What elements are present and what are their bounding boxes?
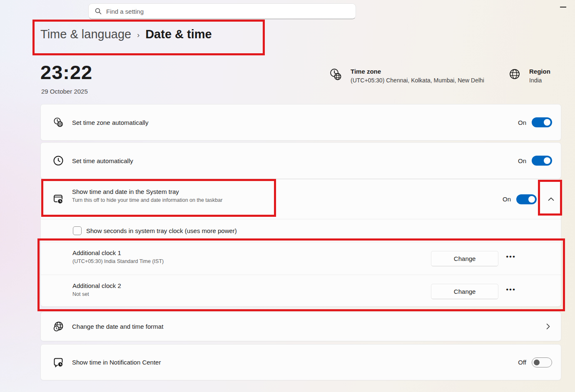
system-tray-toggle[interactable] [516, 194, 537, 204]
card-set-time-auto: Set time automatically On [40, 142, 561, 179]
minimize-button[interactable] [558, 2, 568, 12]
timezone-clock-globe-icon [51, 117, 66, 128]
card-notification-center: Show time in Notification Center Off [40, 344, 561, 380]
system-tray-description: Turn this off to hide your time and date… [72, 197, 222, 203]
globe-icon [508, 68, 521, 84]
set-timezone-auto-label: Set time zone automatically [72, 119, 148, 126]
more-icon[interactable]: ••• [506, 288, 516, 295]
notification-center-label: Show time in Notification Center [72, 359, 161, 366]
system-tray-expander-header[interactable]: Show time and date in the System tray Tu… [41, 179, 561, 219]
clock-icon [51, 155, 66, 166]
minimize-icon [560, 7, 566, 7]
notification-clock-icon [51, 357, 66, 368]
timezone-value: (UTC+05:30) Chennai, Kolkata, Mumbai, Ne… [351, 77, 484, 84]
system-tray-clock-icon [51, 194, 66, 205]
set-timezone-auto-toggle[interactable] [532, 117, 552, 127]
additional-clock-1-change-button[interactable]: Change [431, 251, 498, 266]
additional-clock-1-row: Additional clock 1 (UTC+05:30) India Sta… [41, 242, 561, 275]
timezone-summary: Time zone (UTC+05:30) Chennai, Kolkata, … [329, 68, 484, 84]
card-system-tray: Show time and date in the System tray Tu… [40, 179, 561, 307]
seconds-checkbox-label[interactable]: Show seconds in system tray clock (uses … [86, 227, 237, 234]
set-timezone-auto-state: On [518, 119, 526, 126]
search-icon [95, 8, 102, 15]
globe-clock-icon [51, 321, 66, 332]
additional-clock-2-label: Additional clock 2 [72, 282, 121, 289]
notification-center-toggle[interactable] [532, 357, 552, 367]
chevron-up-icon [548, 197, 554, 201]
system-tray-label: Show time and date in the System tray [72, 188, 222, 195]
additional-clock-2-value: Not set [72, 291, 121, 297]
timezone-label: Time zone [351, 68, 484, 75]
page-title: Date & time [145, 27, 212, 41]
additional-clock-2-block: Additional clock 2 Not set [72, 282, 121, 297]
additional-clock-1-block: Additional clock 1 (UTC+05:30) India Sta… [72, 249, 164, 264]
current-date: 29 October 2025 [41, 88, 88, 95]
chevron-right-icon [546, 323, 550, 330]
card-set-timezone-auto: Set time zone automatically On [40, 104, 561, 141]
search-box[interactable] [88, 3, 356, 19]
region-summary: Region India [508, 68, 550, 84]
region-label: Region [529, 68, 550, 75]
additional-clock-1-label: Additional clock 1 [72, 249, 164, 256]
card-date-time-format[interactable]: Change the date and time format [40, 312, 561, 341]
system-tray-state: On [503, 196, 511, 203]
breadcrumb: Time & language › Date & time [40, 27, 212, 41]
breadcrumb-separator: › [137, 29, 139, 40]
seconds-checkbox[interactable] [73, 226, 82, 235]
date-time-format-label: Change the date and time format [72, 323, 163, 330]
system-tray-label-block: Show time and date in the System tray Tu… [72, 188, 222, 203]
set-time-auto-toggle[interactable] [532, 156, 552, 166]
timezone-clock-globe-icon [329, 68, 342, 84]
notification-center-state: Off [518, 359, 526, 366]
additional-clock-2-change-button[interactable]: Change [431, 284, 498, 299]
additional-clock-1-value: (UTC+05:30) India Standard Time (IST) [72, 258, 164, 264]
set-time-auto-label: Set time automatically [72, 157, 133, 164]
current-time: 23:22 [40, 61, 92, 84]
seconds-checkbox-row: Show seconds in system tray clock (uses … [41, 219, 561, 242]
region-value: India [529, 77, 550, 84]
expander-collapse-button[interactable] [548, 197, 554, 201]
search-input[interactable] [106, 8, 339, 15]
breadcrumb-parent[interactable]: Time & language [40, 27, 131, 41]
set-time-auto-state: On [518, 157, 526, 164]
more-icon[interactable]: ••• [506, 255, 516, 262]
additional-clock-2-row: Additional clock 2 Not set Change ••• [41, 275, 561, 308]
